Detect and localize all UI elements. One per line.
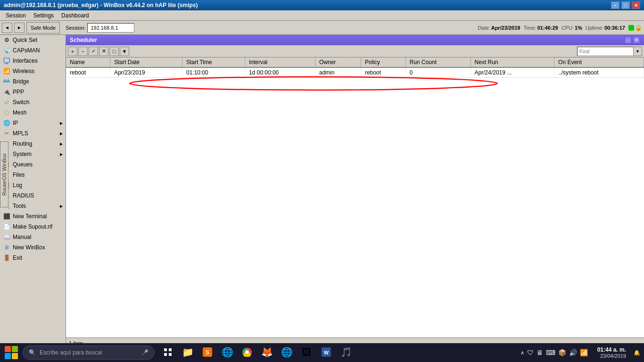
table-row[interactable]: reboot Apr/23/2019 01:10:00 1d 00:00:00 … [66, 67, 644, 78]
svg-rect-10 [169, 353, 172, 356]
close-button[interactable]: ✕ [632, 1, 640, 9]
minimize-button[interactable]: − [611, 1, 619, 9]
disable-button[interactable]: ✕ [99, 47, 108, 56]
col-on-event[interactable]: On Event [554, 58, 644, 67]
cell-next-run: Apr/24/2019 ... [471, 67, 554, 78]
col-next-run[interactable]: Next Run [471, 58, 554, 67]
taskbar-word[interactable]: W [317, 344, 336, 361]
menu-settings[interactable]: Settings [30, 11, 58, 20]
status-bar-right: Date: Apr/23/2019 Time: 01:46:29 CPU: 1%… [478, 25, 642, 31]
enable-button[interactable]: ✓ [89, 47, 98, 56]
col-run-count[interactable]: Run Count [405, 58, 471, 67]
taskbar-firefox[interactable]: 🦊 [257, 344, 276, 361]
taskbar-sublime[interactable]: S [198, 344, 217, 361]
sidebar-item-radius[interactable]: 🔒 RADIUS [0, 190, 66, 201]
taskbar-explorer[interactable]: 📁 [178, 344, 197, 361]
sidebar-label-new-winbox: New WinBox [13, 244, 45, 251]
taskbar-edge[interactable]: 🌐 [218, 344, 237, 361]
sidebar-item-interfaces[interactable]: Interfaces [0, 56, 66, 66]
session-label: Session: [66, 25, 85, 31]
winbox-side-label[interactable]: RouterOS WinBox [0, 141, 8, 207]
cell-start-time: 01:10:00 [182, 67, 245, 78]
safe-mode-button[interactable]: Safe Mode [26, 22, 60, 33]
cell-owner: admin [315, 67, 361, 78]
search-input[interactable] [577, 47, 634, 56]
filter-button[interactable]: ▼ [120, 47, 129, 56]
col-name[interactable]: Name [66, 58, 110, 67]
sidebar-item-wireless[interactable]: 📶 Wireless [0, 66, 66, 76]
sidebar-item-new-terminal[interactable]: ⬛ New Terminal [0, 211, 66, 222]
cell-start-date: Apr/23/2019 [110, 67, 182, 78]
sidebar-item-quick-set[interactable]: ⚙ Quick Set [0, 35, 66, 45]
taskbar-right: ∧ 🛡 🖥 ⌨ 📦 🔊 📶 01:44 a. m. 23/04/2019 🔔 [517, 346, 642, 359]
chevron-up-icon[interactable]: ∧ [520, 350, 524, 356]
taskbar-search[interactable]: 🔍 Escribe aquí para buscar 🎤 [23, 346, 155, 360]
tray-icons: ∧ 🛡 🖥 ⌨ 📦 🔊 📶 [517, 349, 592, 356]
sidebar-item-new-winbox[interactable]: 🖥 New WinBox [0, 242, 66, 253]
col-interval[interactable]: Interval [245, 58, 315, 67]
ip-icon: 🌐 [3, 119, 10, 127]
cell-name: reboot [66, 67, 110, 78]
wireless-icon: 📶 [3, 67, 10, 75]
taskbar-app10[interactable]: 🎵 [337, 344, 355, 361]
dropbox-icon[interactable]: 📦 [558, 349, 566, 356]
sidebar-item-capsman[interactable]: 📡 CAPsMAN [0, 45, 66, 56]
col-owner[interactable]: Owner [315, 58, 361, 67]
remove-button[interactable]: − [78, 47, 88, 56]
taskbar-chrome[interactable] [238, 344, 256, 361]
sidebar-item-queues[interactable]: ▦ Queues [0, 159, 66, 170]
menu-session[interactable]: Session [2, 11, 30, 20]
nav-back-button[interactable]: ◄ [2, 23, 12, 33]
photos-icon: 🖼 [302, 347, 311, 358]
svg-rect-4 [4, 79, 6, 82]
sidebar-item-bridge[interactable]: Bridge [0, 76, 66, 87]
menu-dashboard[interactable]: Dashboard [58, 11, 93, 20]
panel-header-controls: □ ✕ [624, 36, 640, 44]
sidebar-item-routing[interactable]: ↗ Routing [0, 139, 66, 149]
sidebar-item-mpls[interactable]: ✂ MPLS [0, 128, 66, 139]
col-start-time[interactable]: Start Time [182, 58, 245, 67]
add-button[interactable]: + [68, 47, 77, 56]
sidebar-item-exit[interactable]: 🚪 Exit [0, 253, 66, 263]
col-start-date[interactable]: Start Date [110, 58, 182, 67]
sidebar-item-log[interactable]: 📋 Log [0, 180, 66, 190]
sidebar-item-ip[interactable]: 🌐 IP [0, 118, 66, 128]
taskbar-date-value: 23/04/2019 [597, 353, 626, 359]
col-policy[interactable]: Policy [361, 58, 406, 67]
sidebar-item-mesh[interactable]: ⬡ Mesh [0, 107, 66, 118]
sidebar: ⚙ Quick Set 📡 CAPsMAN Interfaces 📶 Wirel… [0, 35, 66, 348]
sidebar-label-new-terminal: New Terminal [13, 213, 47, 220]
task-view-button[interactable] [158, 344, 177, 361]
keyboard-icon[interactable]: ⌨ [546, 349, 555, 356]
network-tray-icon[interactable]: 🖥 [537, 349, 543, 356]
main-toolbar: ◄ ► Safe Mode Session: 192.168.8.1 Date:… [0, 21, 644, 35]
sidebar-item-tools[interactable]: 🔧 Tools [0, 201, 66, 211]
panel-close-button[interactable]: ✕ [633, 36, 640, 44]
notification-icon[interactable]: 🔔 [632, 350, 642, 356]
taskbar-photos[interactable]: 🖼 [297, 344, 316, 361]
sidebar-item-switch[interactable]: ⇄ Switch [0, 97, 66, 107]
content-area: Scheduler □ ✕ + − ✓ ✕ □ ▼ ▼ Name [66, 35, 644, 348]
sidebar-item-make-supout[interactable]: 📄 Make Supout.rif [0, 222, 66, 232]
start-button[interactable] [2, 344, 21, 361]
volume-icon[interactable]: 🔊 [569, 349, 577, 356]
title-bar-controls: − □ ✕ [611, 1, 640, 9]
svg-rect-5 [8, 79, 9, 82]
sidebar-item-files[interactable]: 📁 Files [0, 170, 66, 180]
sidebar-item-ppp[interactable]: 🔌 PPP [0, 87, 66, 97]
sidebar-item-manual[interactable]: 📖 Manual [0, 232, 66, 242]
maximize-button[interactable]: □ [621, 1, 630, 9]
copy-button[interactable]: □ [109, 47, 119, 56]
antivirus-icon[interactable]: 🛡 [527, 349, 534, 356]
nav-forward-button[interactable]: ► [14, 23, 25, 33]
svg-point-15 [246, 351, 249, 354]
session-ip[interactable]: 192.168.8.1 [87, 23, 134, 33]
search-dropdown-button[interactable]: ▼ [634, 47, 642, 56]
wifi-icon[interactable]: 📶 [580, 349, 588, 356]
taskbar-clock[interactable]: 01:44 a. m. 23/04/2019 [594, 346, 630, 359]
sidebar-item-system[interactable]: ⚙ System [0, 149, 66, 159]
windows-logo [5, 346, 18, 359]
taskbar-app7[interactable]: 🌐 [277, 344, 296, 361]
panel-expand-button[interactable]: □ [624, 36, 632, 44]
sidebar-label-wireless: Wireless [13, 68, 34, 74]
